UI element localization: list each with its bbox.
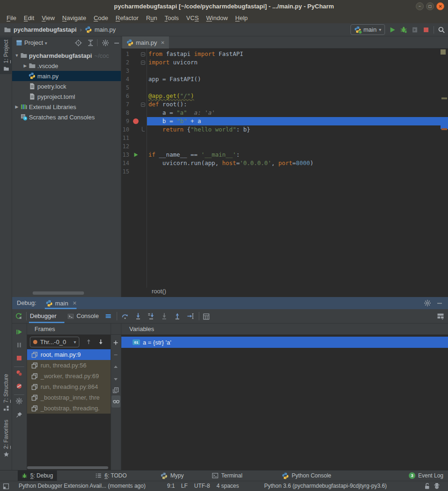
next-frame-icon[interactable] bbox=[97, 338, 105, 346]
view-breakpoints-icon[interactable] bbox=[15, 369, 23, 377]
previous-frame-icon[interactable] bbox=[85, 338, 92, 346]
threads-view-icon[interactable] bbox=[105, 312, 112, 320]
hide-panel-icon[interactable] bbox=[113, 39, 120, 47]
project-horizontal-scrollbar[interactable] bbox=[33, 291, 84, 295]
lock-icon[interactable] bbox=[424, 483, 430, 490]
fold-marker[interactable] bbox=[141, 61, 145, 65]
mute-breakpoints-icon[interactable] bbox=[15, 382, 23, 390]
menu-vcs[interactable]: VCS bbox=[182, 14, 203, 21]
add-watch-icon[interactable] bbox=[112, 339, 119, 346]
tree-item--vscode[interactable]: ▶.vscode bbox=[12, 61, 121, 71]
rerun-icon[interactable] bbox=[15, 312, 22, 320]
chevron-right-icon[interactable]: ▶ bbox=[22, 63, 28, 68]
breakpoint-icon[interactable] bbox=[133, 118, 139, 124]
run-configuration-select[interactable]: main ▾ bbox=[350, 24, 385, 35]
file-encoding[interactable]: UTF-8 bbox=[194, 481, 210, 491]
line-separator[interactable]: LF bbox=[181, 481, 188, 491]
duplicate-watch-icon[interactable] bbox=[112, 387, 119, 394]
frame--bootstrap-inner[interactable]: _bootstrap_inner, thre bbox=[27, 392, 111, 403]
menu-help[interactable]: Help bbox=[231, 14, 252, 21]
tree-item-scratches-and-consoles[interactable]: Scratches and Consoles bbox=[12, 112, 121, 122]
menu-file[interactable]: File bbox=[3, 14, 20, 21]
maximize-button[interactable]: ▢ bbox=[426, 2, 434, 10]
minimize-button[interactable]: − bbox=[416, 2, 424, 10]
hide-panel-icon[interactable] bbox=[436, 299, 443, 307]
resume-icon[interactable] bbox=[15, 328, 23, 336]
toolwindow-tab-mypy[interactable]: Mypy bbox=[157, 470, 188, 481]
step-into-icon[interactable] bbox=[134, 312, 142, 320]
toolwindow-tab-terminal[interactable]: Terminal bbox=[208, 470, 246, 481]
remove-watch-icon[interactable] bbox=[112, 352, 119, 358]
event-log-button[interactable]: 3 Event Log bbox=[409, 470, 443, 481]
fold-marker[interactable] bbox=[141, 103, 145, 107]
menu-window[interactable]: Window bbox=[203, 14, 231, 21]
pin-icon[interactable] bbox=[15, 411, 23, 419]
breadcrumb-file[interactable]: main.py bbox=[94, 26, 116, 33]
collapse-all-icon[interactable] bbox=[87, 39, 94, 47]
variables-row[interactable]: 01a = {str} 'a' bbox=[121, 337, 448, 348]
stripe-favorites-button[interactable]: 2: Favorites bbox=[0, 420, 12, 457]
toolwindow-tab-6-todo[interactable]: 6: TODO bbox=[91, 470, 131, 481]
run-to-cursor-icon[interactable] bbox=[187, 312, 194, 320]
tree-item-poetry-lock[interactable]: poetry.lock bbox=[12, 81, 121, 91]
tree-item-pyproject-toml[interactable]: pyproject.toml bbox=[12, 91, 121, 102]
status-message[interactable]: Python Debugger Extension Avail... (mome… bbox=[19, 481, 146, 491]
close-button[interactable]: ✕ bbox=[436, 2, 444, 10]
frames-horizontal-scrollbar[interactable] bbox=[27, 466, 108, 469]
gear-icon[interactable] bbox=[15, 397, 23, 405]
frame-root[interactable]: root, main.py:9 bbox=[27, 349, 111, 360]
indent-style[interactable]: 4 spaces bbox=[217, 481, 239, 491]
stripe-project-button[interactable]: 1: Project bbox=[0, 37, 12, 74]
toolwindow-tab-python-console[interactable]: Python Console bbox=[278, 470, 335, 481]
menu-run[interactable]: Run bbox=[142, 14, 161, 21]
project-panel-title[interactable]: Project ▾ bbox=[24, 36, 47, 49]
tree-item-pycharmdebugfastapi[interactable]: ▼pycharmdebugfastapi~/coc bbox=[12, 50, 121, 61]
tree-item-main-py[interactable]: main.py bbox=[12, 71, 121, 81]
run-button[interactable] bbox=[389, 26, 396, 34]
toggle-toolwindows-icon[interactable] bbox=[3, 483, 9, 490]
code-editor[interactable]: 1from fastapi import FastAPI2import uvic… bbox=[121, 48, 448, 288]
chevron-down-icon[interactable]: ▼ bbox=[14, 53, 20, 58]
close-icon[interactable]: ✕ bbox=[72, 300, 77, 306]
editor-tab-mainpy[interactable]: main.py ✕ bbox=[122, 36, 169, 48]
pause-icon[interactable] bbox=[15, 341, 23, 349]
tab-console[interactable]: Console bbox=[77, 309, 99, 323]
step-out-icon[interactable] bbox=[174, 312, 181, 320]
hector-icon[interactable] bbox=[434, 483, 440, 490]
move-watch-down-icon[interactable] bbox=[112, 376, 119, 382]
caret-position[interactable]: 9:1 bbox=[167, 481, 175, 491]
close-icon[interactable]: ✕ bbox=[161, 40, 165, 45]
menu-navigate[interactable]: Navigate bbox=[58, 14, 90, 21]
menu-refactor[interactable]: Refactor bbox=[112, 14, 142, 21]
step-into-my-code-icon[interactable] bbox=[147, 312, 155, 320]
fold-marker[interactable] bbox=[142, 127, 145, 131]
interpreter[interactable]: Python 3.6 (pycharmdebugfastapi-9cdjtyrg… bbox=[264, 481, 387, 491]
gear-icon[interactable] bbox=[424, 299, 431, 307]
menu-edit[interactable]: Edit bbox=[20, 14, 38, 21]
menu-view[interactable]: View bbox=[38, 14, 58, 21]
menu-tools[interactable]: Tools bbox=[161, 14, 182, 21]
coverage-button[interactable] bbox=[411, 26, 419, 34]
frame--bootstrap[interactable]: _bootstrap, threading. bbox=[27, 403, 111, 414]
search-everywhere-button[interactable] bbox=[438, 26, 445, 34]
run-gutter-icon[interactable] bbox=[133, 152, 139, 158]
locate-icon[interactable] bbox=[75, 39, 82, 47]
step-over-icon[interactable] bbox=[121, 312, 129, 320]
fold-marker[interactable] bbox=[141, 52, 145, 56]
toolwindow-tab-5-debug[interactable]: 5: Debug bbox=[18, 470, 57, 481]
menu-code[interactable]: Code bbox=[90, 14, 112, 21]
move-watch-up-icon[interactable] bbox=[112, 364, 119, 370]
stop-button[interactable] bbox=[422, 26, 430, 34]
evaluate-expression-icon[interactable] bbox=[203, 313, 210, 320]
stop-icon[interactable] bbox=[15, 354, 23, 362]
gear-icon[interactable] bbox=[102, 39, 109, 47]
chevron-right-icon[interactable]: ▶ bbox=[14, 104, 20, 109]
frame-run[interactable]: run, threading.py:864 bbox=[27, 381, 111, 392]
force-step-into-icon[interactable] bbox=[161, 312, 168, 320]
layout-settings-icon[interactable] bbox=[437, 312, 444, 320]
show-watches-toggle[interactable] bbox=[112, 395, 120, 408]
frame-run[interactable]: run, thread.py:56 bbox=[27, 360, 111, 371]
frame--worker[interactable]: _worker, thread.py:69 bbox=[27, 371, 111, 381]
tab-debugger[interactable]: Debugger bbox=[30, 309, 56, 323]
debug-button[interactable] bbox=[400, 26, 407, 34]
